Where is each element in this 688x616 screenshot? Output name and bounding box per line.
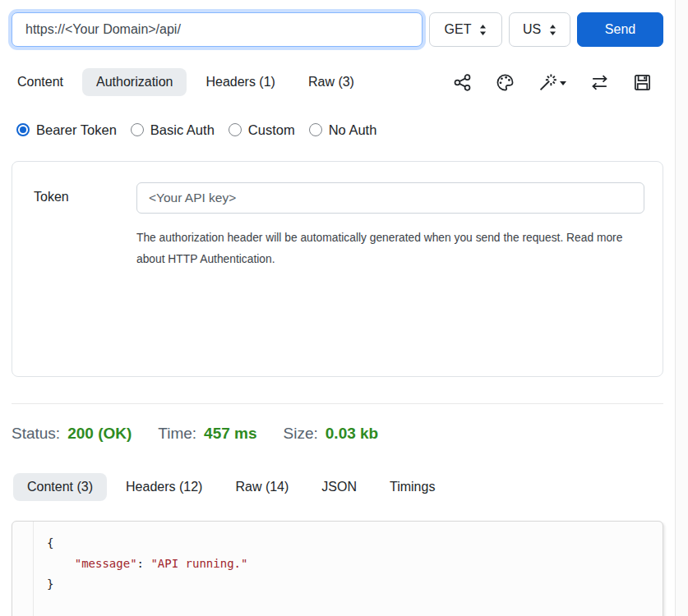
swap-arrows-icon[interactable] <box>590 73 609 92</box>
response-summary: Status: 200 (OK) Time: 457 ms Size: 0.03… <box>12 425 663 443</box>
status-value: 200 (OK) <box>67 425 132 443</box>
tab-response-timings[interactable]: Timings <box>376 473 449 501</box>
tab-response-headers[interactable]: Headers (12) <box>112 473 216 501</box>
token-input[interactable] <box>136 182 644 214</box>
radio-dot <box>229 123 242 136</box>
json-key: "message" <box>75 557 137 570</box>
size-label: Size: <box>284 425 318 443</box>
region-select-value: US <box>523 22 541 37</box>
response-body-code-block: { "message": "API running." } <box>12 521 663 616</box>
json-value: "API running." <box>150 557 247 570</box>
radio-label: Basic Auth <box>150 122 215 138</box>
request-toolbar <box>453 73 663 92</box>
tab-request-content[interactable]: Content <box>3 68 77 96</box>
radio-no-auth[interactable]: No Auth <box>309 122 377 138</box>
radio-dot <box>131 123 144 136</box>
tab-response-content[interactable]: Content (3) <box>13 473 107 501</box>
radio-label: No Auth <box>329 122 377 138</box>
method-select[interactable]: GET <box>429 12 502 47</box>
tab-request-authorization[interactable]: Authorization <box>82 68 187 96</box>
json-brace: { <box>47 536 53 549</box>
tab-request-raw[interactable]: Raw (3) <box>294 68 368 96</box>
radio-dot <box>309 123 322 136</box>
tab-request-headers[interactable]: Headers (1) <box>192 68 289 96</box>
magic-wand-dropdown-icon[interactable] <box>538 73 566 92</box>
token-label: Token <box>34 182 136 269</box>
json-indent <box>47 557 75 570</box>
tab-response-json[interactable]: JSON <box>307 473 371 501</box>
time-value: 457 ms <box>204 425 256 443</box>
request-bar: GET US Send <box>12 12 663 47</box>
radio-basic-auth[interactable]: Basic Auth <box>131 122 215 138</box>
send-button[interactable]: Send <box>577 12 663 47</box>
method-select-value: GET <box>445 22 472 37</box>
palette-icon[interactable] <box>496 73 515 92</box>
json-separator: : <box>137 557 151 570</box>
share-icon[interactable] <box>453 73 472 92</box>
radio-bearer-token[interactable]: Bearer Token <box>16 122 117 138</box>
bearer-token-panel: Token The authorization header will be a… <box>12 161 663 377</box>
radio-label: Bearer Token <box>36 122 117 138</box>
radio-label: Custom <box>248 122 295 138</box>
code-gutter <box>12 522 34 616</box>
status-label: Status: <box>12 425 60 443</box>
response-tabs-row: Content (3) Headers (12) Raw (14) JSON T… <box>13 473 663 501</box>
response-json: { "message": "API running." } <box>34 522 247 616</box>
tab-response-raw[interactable]: Raw (14) <box>221 473 302 501</box>
url-input[interactable] <box>12 12 422 47</box>
radio-custom[interactable]: Custom <box>229 122 295 138</box>
radio-dot <box>16 123 30 136</box>
section-divider <box>12 403 663 404</box>
time-label: Time: <box>158 425 196 443</box>
caret-down-icon <box>560 81 566 85</box>
auth-type-options: Bearer Token Basic Auth Custom No Auth <box>16 122 663 138</box>
token-help-text: The authorization header will be automat… <box>136 228 644 269</box>
size-value: 0.03 kb <box>326 425 378 443</box>
api-client-app: GET US Send Content Authorization Header… <box>0 0 676 616</box>
chevron-expand-icon <box>479 25 487 35</box>
page-right-gutter <box>676 0 688 616</box>
save-icon[interactable] <box>633 73 652 92</box>
chevron-expand-icon <box>549 25 556 35</box>
request-tabs-row: Content Authorization Headers (1) Raw (3… <box>3 68 663 96</box>
region-select[interactable]: US <box>509 12 570 47</box>
json-brace: } <box>47 577 53 591</box>
